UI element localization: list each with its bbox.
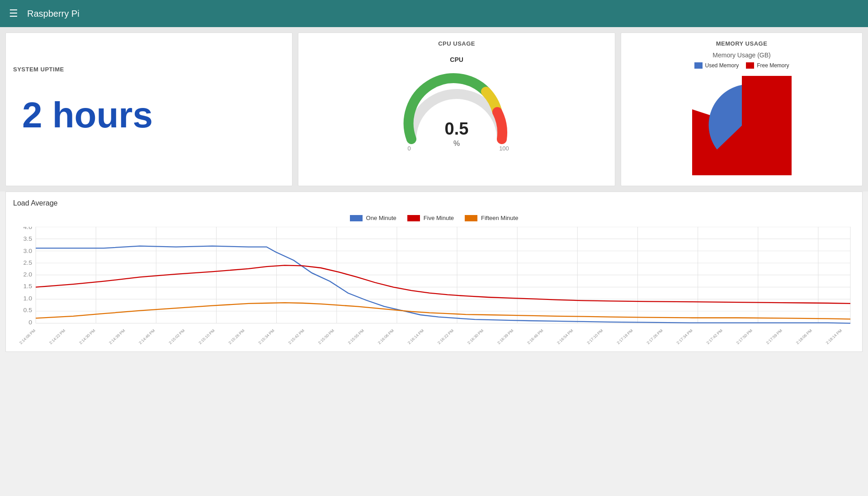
- svg-text:2.5: 2.5: [24, 259, 32, 266]
- svg-text:100: 100: [499, 145, 509, 152]
- svg-text:2:15:02 PM: 2:15:02 PM: [168, 328, 186, 344]
- svg-text:2:14:30 PM: 2:14:30 PM: [78, 328, 96, 344]
- svg-text:2:15:10 PM: 2:15:10 PM: [198, 328, 216, 344]
- svg-text:0.5: 0.5: [24, 307, 32, 314]
- app-title: Raspberry Pi: [27, 9, 80, 19]
- svg-text:2:14:22 PM: 2:14:22 PM: [48, 328, 66, 344]
- svg-text:2:15:26 PM: 2:15:26 PM: [227, 328, 245, 344]
- svg-text:2:14:39 PM: 2:14:39 PM: [108, 328, 126, 344]
- svg-text:2:17:18 PM: 2:17:18 PM: [616, 328, 634, 344]
- memory-chart-title: Memory Usage (GB): [712, 51, 770, 59]
- svg-text:1.5: 1.5: [24, 283, 32, 290]
- uptime-title: SYSTEM UPTIME: [13, 66, 285, 73]
- legend-used-color: [694, 62, 703, 69]
- legend-free: Free Memory: [746, 62, 789, 69]
- cpu-gauge-svg: 0.5 % 0 100: [398, 67, 515, 157]
- memory-panel: Memory Usage Memory Usage (GB) Used Memo…: [621, 33, 863, 186]
- legend-one-minute-label: One Minute: [366, 215, 396, 221]
- legend-used: Used Memory: [694, 62, 739, 69]
- cpu-gauge-container: CPU 0.5 % 0 100: [398, 56, 515, 157]
- legend-five-minute-color: [407, 215, 420, 221]
- uptime-panel: SYSTEM UPTIME 2 hours: [5, 33, 292, 186]
- memory-pie-svg: [692, 76, 792, 175]
- svg-text:4.0: 4.0: [24, 227, 32, 230]
- uptime-value: 2 hours: [13, 77, 285, 153]
- legend-used-label: Used Memory: [705, 62, 739, 69]
- load-chart-svg: 4.0 3.5 3.0 2.5 2.0 1.5 1.0 0.5 0 2:14:0…: [13, 227, 855, 344]
- load-title: Load Average: [13, 199, 855, 207]
- cpu-panel: CPU USAGE CPU 0.5 % 0 100: [298, 33, 615, 186]
- svg-text:2:17:50 PM: 2:17:50 PM: [735, 328, 753, 344]
- cpu-title: CPU USAGE: [438, 40, 475, 47]
- svg-text:2:15:34 PM: 2:15:34 PM: [257, 328, 275, 344]
- svg-text:0: 0: [407, 145, 410, 152]
- svg-text:0.5: 0.5: [445, 119, 469, 138]
- chart-legend: One Minute Five Minute Fifteen Minute: [13, 215, 855, 221]
- top-panels: SYSTEM UPTIME 2 hours CPU USAGE CPU 0.5 …: [0, 27, 868, 192]
- legend-fifteen-minute: Fifteen Minute: [465, 215, 518, 221]
- svg-text:2:15:50 PM: 2:15:50 PM: [317, 328, 335, 344]
- legend-five-minute-label: Five Minute: [424, 215, 454, 221]
- legend-fifteen-minute-color: [465, 215, 477, 221]
- legend-free-color: [746, 62, 754, 69]
- memory-title: Memory Usage: [716, 40, 768, 47]
- svg-text:2:15:42 PM: 2:15:42 PM: [287, 328, 305, 344]
- svg-text:2:16:46 PM: 2:16:46 PM: [526, 328, 544, 344]
- svg-text:2:15:55 PM: 2:15:55 PM: [347, 328, 365, 344]
- cpu-gauge-label: CPU: [450, 56, 463, 63]
- svg-text:2:16:30 PM: 2:16:30 PM: [467, 328, 485, 344]
- memory-legend: Used Memory Free Memory: [694, 62, 789, 69]
- svg-text:2:16:14 PM: 2:16:14 PM: [407, 328, 425, 344]
- app-header: ☰ Raspberry Pi: [0, 0, 868, 27]
- svg-text:2:17:34 PM: 2:17:34 PM: [675, 328, 693, 344]
- svg-text:2:16:06 PM: 2:16:06 PM: [377, 328, 395, 344]
- svg-text:2:17:59 PM: 2:17:59 PM: [765, 328, 783, 344]
- svg-text:%: %: [453, 140, 460, 147]
- svg-text:2:17:42 PM: 2:17:42 PM: [705, 328, 723, 344]
- svg-text:2:14:46 PM: 2:14:46 PM: [138, 328, 156, 344]
- legend-free-label: Free Memory: [757, 62, 789, 69]
- svg-text:2:17:10 PM: 2:17:10 PM: [586, 328, 604, 344]
- svg-text:2:17:26 PM: 2:17:26 PM: [646, 328, 664, 344]
- svg-text:1.0: 1.0: [24, 295, 32, 302]
- legend-five-minute: Five Minute: [407, 215, 454, 221]
- svg-text:3.5: 3.5: [24, 235, 32, 242]
- legend-one-minute-color: [350, 215, 363, 221]
- svg-text:3.0: 3.0: [24, 248, 32, 254]
- menu-icon[interactable]: ☰: [9, 8, 18, 19]
- svg-text:2:18:06 PM: 2:18:06 PM: [795, 328, 813, 344]
- svg-text:0: 0: [28, 319, 32, 326]
- svg-text:2:16:22 PM: 2:16:22 PM: [437, 328, 455, 344]
- svg-text:2:16:54 PM: 2:16:54 PM: [556, 328, 574, 344]
- svg-text:2.0: 2.0: [24, 271, 32, 277]
- load-chart-wrapper: 4.0 3.5 3.0 2.5 2.0 1.5 1.0 0.5 0 2:14:0…: [13, 227, 855, 344]
- svg-text:2:16:39 PM: 2:16:39 PM: [496, 328, 514, 344]
- svg-text:2:18:14 PM: 2:18:14 PM: [825, 328, 843, 344]
- load-section: Load Average One Minute Five Minute Fift…: [5, 192, 863, 352]
- svg-text:2:14:06 PM: 2:14:06 PM: [19, 328, 37, 344]
- legend-one-minute: One Minute: [350, 215, 396, 221]
- legend-fifteen-minute-label: Fifteen Minute: [481, 215, 518, 221]
